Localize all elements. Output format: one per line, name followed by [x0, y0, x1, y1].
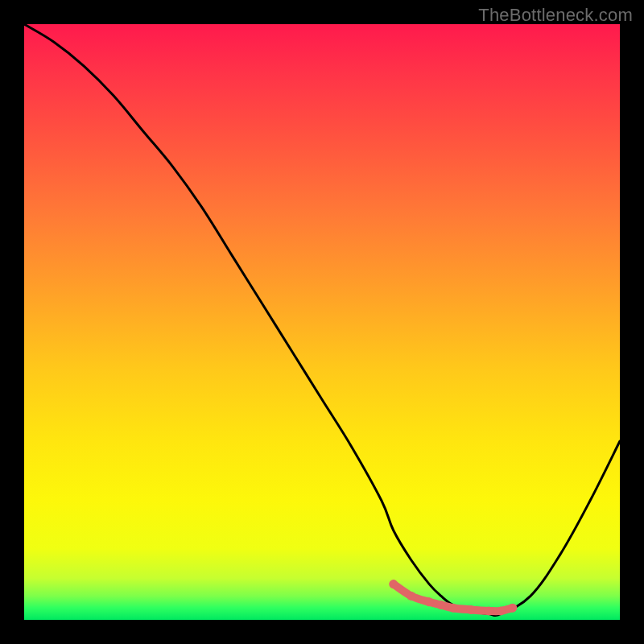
optimal-band-dot: [389, 580, 398, 588]
optimal-band-dots: [389, 580, 517, 615]
chart-svg: [24, 24, 620, 620]
optimal-band-dot: [437, 601, 446, 609]
optimal-band-dot: [425, 597, 434, 606]
optimal-band-dot: [467, 605, 476, 614]
optimal-band-dot: [497, 606, 506, 615]
optimal-band-dot: [448, 604, 457, 613]
optimal-band-dot: [485, 606, 493, 615]
optimal-band-dot: [407, 592, 416, 601]
chart-canvas: [24, 24, 620, 620]
optimal-band-dot: [508, 604, 517, 613]
bottleneck-curve: [24, 24, 620, 616]
watermark-text: TheBottleneck.com: [478, 5, 633, 26]
